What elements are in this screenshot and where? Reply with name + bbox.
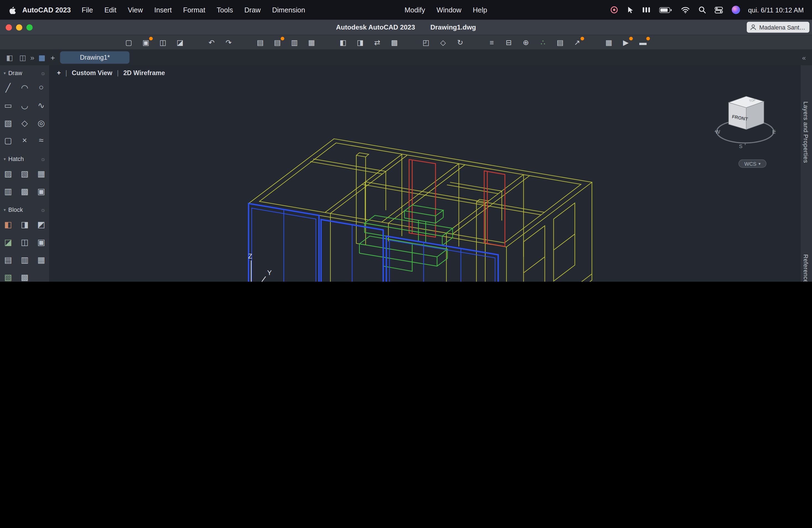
menu-item[interactable]: View bbox=[122, 6, 149, 14]
apple-menu-icon[interactable] bbox=[8, 6, 16, 14]
hatch-pattern-alt-icon[interactable]: ▧ bbox=[16, 165, 33, 182]
close-button[interactable] bbox=[6, 24, 12, 30]
battery-icon[interactable] bbox=[659, 6, 672, 13]
menu-item[interactable]: Edit bbox=[99, 6, 122, 14]
region-tool-icon[interactable]: ▢ bbox=[0, 131, 16, 149]
share-icon[interactable]: ↗ bbox=[570, 36, 584, 48]
viewport-visual-style-control[interactable]: 2D Wireframe bbox=[123, 69, 165, 76]
circle-tool-icon[interactable]: ○ bbox=[33, 79, 49, 97]
viewport-controls-icon[interactable]: ◧ bbox=[6, 53, 13, 62]
objects-green[interactable] bbox=[359, 205, 453, 272]
spline-tool-icon[interactable]: ∿ bbox=[33, 97, 49, 114]
new-drawing-tab-button[interactable]: + bbox=[49, 53, 56, 62]
drawing-tab-active[interactable]: Drawing1* bbox=[60, 52, 130, 64]
menu-item[interactable]: Window bbox=[431, 6, 467, 14]
send-feedback-icon[interactable]: ▶ bbox=[620, 36, 633, 48]
save-icon[interactable]: ◫ bbox=[156, 36, 169, 48]
arc-tool-icon[interactable]: ◡ bbox=[16, 97, 33, 114]
attribute-define-icon[interactable]: ▣ bbox=[33, 233, 49, 251]
walls-blue-selected[interactable] bbox=[249, 204, 498, 282]
line-tool-icon[interactable]: ╱ bbox=[0, 79, 16, 97]
hatch-tool-icon[interactable]: ▧ bbox=[0, 114, 16, 132]
block-editor-icon[interactable]: ◩ bbox=[33, 216, 49, 233]
walls-yellow[interactable] bbox=[249, 139, 592, 282]
viewport-menu-button[interactable]: + bbox=[57, 69, 61, 76]
model-space-canvas[interactable]: + | Custom View | 2D Wireframe bbox=[50, 65, 800, 282]
block-export-icon[interactable]: ▩ bbox=[16, 268, 33, 282]
block-import-icon[interactable]: ▧ bbox=[0, 268, 16, 282]
messages-icon[interactable]: ▬ bbox=[636, 36, 649, 48]
menu-item[interactable]: Draw bbox=[238, 6, 266, 14]
ellipse-tool-icon[interactable]: ◎ bbox=[33, 114, 49, 132]
viewport-view-control[interactable]: Custom View bbox=[72, 69, 112, 76]
attach-xref-icon[interactable]: ◫ bbox=[16, 233, 33, 251]
publish-icon[interactable]: ▦ bbox=[305, 36, 318, 48]
block-count-icon[interactable]: ▦ bbox=[33, 251, 49, 268]
menu-item[interactable]: Dimension bbox=[266, 6, 311, 14]
menu-item[interactable]: Insert bbox=[149, 6, 178, 14]
redo-icon[interactable]: ↷ bbox=[222, 36, 235, 48]
write-block-icon[interactable]: ◪ bbox=[0, 233, 16, 251]
tab-layers-and-properties[interactable]: Layers and Properties bbox=[802, 102, 809, 163]
plot-preview-icon[interactable]: ▤ bbox=[271, 36, 284, 48]
user-account-chip[interactable]: Madalena Sant… bbox=[747, 22, 810, 33]
menubar-clock[interactable]: qui. 6/11 10:12 AM bbox=[748, 6, 804, 14]
layout-switch-icon[interactable]: ◫ bbox=[19, 53, 26, 62]
rectangle-tool-icon[interactable]: ▭ bbox=[0, 97, 16, 114]
gear-icon[interactable]: ☼ bbox=[40, 70, 46, 76]
menu-item[interactable]: Modify bbox=[399, 6, 431, 14]
image-attach-icon[interactable]: ▣ bbox=[33, 182, 49, 200]
zoom-button[interactable] bbox=[27, 24, 33, 30]
start-tab-icon[interactable]: ▦ bbox=[39, 53, 45, 62]
menu-item[interactable]: Format bbox=[177, 6, 211, 14]
revcloud-tool-icon[interactable]: ≈ bbox=[33, 131, 49, 149]
palette-header-block[interactable]: ▾ Block ☼ bbox=[0, 204, 49, 216]
markup-import-icon[interactable]: ▤ bbox=[553, 36, 566, 48]
siri-icon[interactable] bbox=[731, 6, 740, 14]
gradient-icon[interactable]: ▥ bbox=[0, 182, 16, 200]
polygon-tool-icon[interactable]: ◇ bbox=[16, 114, 33, 132]
minimize-button[interactable] bbox=[16, 24, 23, 30]
dwg-compare-icon[interactable]: ⇄ bbox=[371, 36, 384, 48]
menu-item[interactable]: Tools bbox=[211, 6, 238, 14]
insert-block-icon[interactable]: ◧ bbox=[0, 216, 16, 233]
tab-reference-manager[interactable]: Reference Manager bbox=[802, 254, 809, 282]
layer-states-icon[interactable]: ⊟ bbox=[503, 36, 516, 48]
point-cloud-icon[interactable]: ∴ bbox=[537, 36, 550, 48]
save-as-icon[interactable]: ◪ bbox=[173, 36, 186, 48]
xref-icon[interactable]: ⊕ bbox=[520, 36, 533, 48]
gear-icon[interactable]: ☼ bbox=[40, 156, 46, 162]
layer-properties-icon[interactable]: ≡ bbox=[485, 36, 498, 48]
viewcube[interactable]: FRONT TOP W S E bbox=[714, 85, 779, 163]
menu-item[interactable]: Help bbox=[467, 6, 493, 14]
point-tool-icon[interactable]: × bbox=[16, 131, 33, 149]
undo-icon[interactable]: ↶ bbox=[205, 36, 218, 48]
palette-header-hatch[interactable]: ▾ Hatch ☼ bbox=[0, 153, 49, 165]
menubar-app-name[interactable]: AutoCAD 2023 bbox=[23, 6, 71, 14]
import-icon[interactable]: ◧ bbox=[337, 36, 350, 48]
hatch-pattern-icon[interactable]: ▨ bbox=[0, 165, 16, 182]
gear-icon[interactable]: ☼ bbox=[40, 207, 46, 213]
pan-icon[interactable]: ◇ bbox=[437, 36, 450, 48]
zoom-window-icon[interactable]: ◰ bbox=[420, 36, 433, 48]
orbit-icon[interactable]: ↻ bbox=[454, 36, 467, 48]
record-icon[interactable] bbox=[610, 6, 618, 14]
pointer-icon[interactable] bbox=[627, 6, 634, 14]
new-drawing-icon[interactable]: ▢ bbox=[122, 36, 135, 48]
wifi-icon[interactable] bbox=[681, 6, 690, 13]
polyline-tool-icon[interactable]: ◠ bbox=[16, 79, 33, 97]
blocks-palette-icon[interactable]: ▦ bbox=[603, 36, 615, 48]
menu-item[interactable]: File bbox=[76, 6, 99, 14]
plot-icon[interactable]: ▤ bbox=[254, 36, 267, 48]
drawing-wireframe[interactable]: Z Y X bbox=[50, 65, 800, 282]
tab-overflow-icon[interactable]: » bbox=[30, 53, 34, 62]
control-center-icon[interactable] bbox=[714, 6, 723, 13]
search-icon[interactable] bbox=[698, 6, 706, 14]
export-icon[interactable]: ◨ bbox=[354, 36, 367, 48]
open-icon[interactable]: ▣ bbox=[139, 36, 152, 48]
collapse-tabs-icon[interactable]: « bbox=[802, 54, 806, 61]
wcs-control[interactable]: WCS ▾ bbox=[739, 160, 766, 168]
etransmit-icon[interactable]: ▩ bbox=[388, 36, 401, 48]
attribute-edit-icon[interactable]: ▤ bbox=[0, 251, 16, 268]
hatch-solid-icon[interactable]: ▦ bbox=[33, 165, 49, 182]
